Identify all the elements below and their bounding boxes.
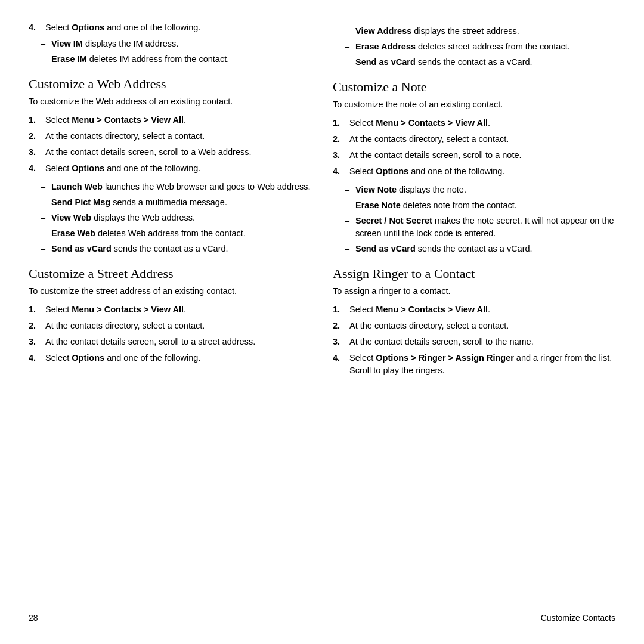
bullet-bold: Send Pict Msg (51, 197, 110, 207)
web-address-bullets: – Launch Web launches the Web browser an… (41, 181, 315, 255)
bold-text: Menu > Contacts > View All (72, 115, 184, 125)
bullet-item: – Erase Address deletes street address f… (345, 41, 615, 53)
content-area: 4. Select Options and one of the followi… (29, 21, 615, 602)
list-item: 3. At the contact details screen, scroll… (29, 146, 315, 159)
bullet-bold: Erase Note (355, 200, 401, 210)
bullet-bold: Secret / Not Secret (355, 216, 432, 225)
bullet-item: – Send as vCard sends the contact as a v… (41, 243, 315, 255)
bullet-bold: Erase IM (51, 54, 87, 64)
note-steps: 1. Select Menu > Contacts > View All. 2.… (333, 117, 615, 178)
bold-text: Menu > Contacts > View All (376, 305, 488, 314)
dash: – (41, 181, 51, 193)
item-number: 4. (29, 352, 45, 364)
item-number: 4. (333, 352, 349, 377)
item-number: 2. (29, 320, 45, 332)
item-content: At the contacts directory, select a cont… (45, 320, 315, 332)
item-content: Select Options and one of the following. (45, 162, 315, 175)
bold-text: Options (72, 353, 104, 363)
item-content: Select Options and one of the following. (349, 165, 615, 178)
bullet-item: – Send Pict Msg sends a multimedia messa… (41, 196, 315, 209)
bullet-bold: Launch Web (51, 182, 103, 191)
note-bullets: – View Note displays the note. – Erase N… (345, 184, 615, 255)
item-number: 2. (29, 130, 45, 143)
list-item: 2. At the contacts directory, select a c… (29, 320, 315, 332)
bold-text: Options (376, 166, 408, 176)
dash: – (345, 56, 355, 69)
bullet-bold: View Note (355, 185, 397, 194)
bullet-item: – Erase Note deletes note from the conta… (345, 199, 615, 212)
bullet-bold: View IM (51, 39, 83, 48)
item-text-before: Select (45, 23, 72, 32)
item-content: At the contact details screen, scroll to… (349, 336, 615, 348)
bullet-content: View IM displays the IM address. (51, 38, 315, 50)
dash: – (41, 38, 51, 50)
footer: 28 Customize Contacts (29, 608, 615, 623)
item-number: 1. (333, 304, 349, 316)
footer-page-number: 28 (29, 613, 38, 623)
bullet-bold: Send as vCard (355, 57, 416, 67)
bullet-content: Send as vCard sends the contact as a vCa… (51, 243, 315, 255)
ringer-steps: 1. Select Menu > Contacts > View All. 2.… (333, 304, 615, 377)
list-item: 1. Select Menu > Contacts > View All. (29, 304, 315, 316)
list-item: 4. Select Options and one of the followi… (333, 165, 615, 178)
section-intro-street-address: To customize the street address of an ex… (29, 285, 315, 298)
bullet-item: – Send as vCard sends the contact as a v… (345, 243, 615, 255)
item-content: At the contacts directory, select a cont… (349, 320, 615, 332)
bullet-content: Launch Web launches the Web browser and … (51, 181, 315, 193)
bullet-bold: View Address (355, 26, 411, 36)
list-item: 4. Select Options and one of the followi… (29, 162, 315, 175)
section-intro-note: To customize the note of an existing con… (333, 98, 615, 111)
item-content: Select Menu > Contacts > View All. (45, 304, 315, 316)
item-number: 3. (29, 146, 45, 159)
list-item: 1. Select Menu > Contacts > View All. (333, 304, 615, 316)
dash: – (345, 243, 355, 255)
bullet-item: – View Note displays the note. (345, 184, 615, 196)
top-bullet-list: – View IM displays the IM address. – Era… (41, 38, 315, 66)
bullet-item: – Send as vCard sends the contact as a v… (345, 56, 615, 69)
section-title-web-address: Customize a Web Address (29, 76, 315, 92)
bullet-content: View Web displays the Web address. (51, 212, 315, 224)
dash: – (345, 25, 355, 38)
item-number: 1. (29, 304, 45, 316)
item-content: At the contact details screen, scroll to… (45, 146, 315, 159)
item-content: Select Menu > Contacts > View All. (45, 114, 315, 126)
bullet-content: View Note displays the note. (355, 184, 615, 196)
item-content: Select Menu > Contacts > View All. (349, 304, 615, 316)
bold-text: Options > Ringer > Assign Ringer (376, 353, 514, 363)
item-number: 3. (333, 336, 349, 348)
list-item: 2. At the contacts directory, select a c… (29, 130, 315, 143)
bullet-content: View Address displays the street address… (355, 25, 615, 38)
item-content: Select Options and one of the following. (45, 352, 315, 364)
item-number: 2. (333, 133, 349, 145)
dash: – (345, 41, 355, 53)
footer-section-title: Customize Contacts (541, 613, 615, 623)
street-address-bullets: – View Address displays the street addre… (345, 25, 615, 69)
item-number: 4. (333, 165, 349, 178)
bullet-bold: Erase Web (51, 228, 95, 238)
dash: – (41, 227, 51, 240)
list-item: 1. Select Menu > Contacts > View All. (333, 117, 615, 129)
bullet-item: – View IM displays the IM address. (41, 38, 315, 50)
dash: – (41, 243, 51, 255)
dash: – (345, 215, 355, 240)
item-content: At the contact details screen, scroll to… (349, 149, 615, 162)
dash: – (345, 199, 355, 212)
bullet-content: Erase Address deletes street address fro… (355, 41, 615, 53)
left-column: 4. Select Options and one of the followi… (29, 21, 315, 602)
item-number: 1. (333, 117, 349, 129)
item-bold: Options (72, 23, 104, 32)
item-number: 3. (333, 149, 349, 162)
street-address-steps: 1. Select Menu > Contacts > View All. 2.… (29, 304, 315, 364)
bullet-item: – Erase IM deletes IM address from the c… (41, 53, 315, 66)
list-item: 1. Select Menu > Contacts > View All. (29, 114, 315, 126)
section-intro-ringer: To assign a ringer to a contact. (333, 285, 615, 298)
right-column: – View Address displays the street addre… (333, 21, 615, 602)
web-address-steps: 1. Select Menu > Contacts > View All. 2.… (29, 114, 315, 175)
bold-text: Menu > Contacts > View All (72, 305, 184, 314)
item-content: At the contact details screen, scroll to… (45, 336, 315, 348)
list-item: 4. Select Options > Ringer > Assign Ring… (333, 352, 615, 377)
page: 4. Select Options and one of the followi… (0, 0, 644, 644)
bullet-content: Secret / Not Secret makes the note secre… (355, 215, 615, 240)
bullet-item: – View Web displays the Web address. (41, 212, 315, 224)
section-title-street-address: Customize a Street Address (29, 266, 315, 281)
